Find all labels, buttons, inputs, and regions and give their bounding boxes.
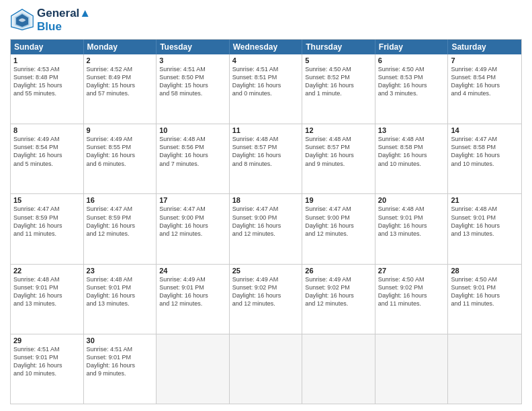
day-number: 16 [87,196,154,204]
calendar-cell [448,334,521,404]
cell-info: Sunrise: 4:47 AM Sunset: 9:00 PM Dayligh… [159,205,226,238]
calendar-cell: 13Sunrise: 4:48 AM Sunset: 8:58 PM Dayli… [375,124,449,193]
day-number: 6 [378,56,445,64]
weekday-header-tuesday: Tuesday [157,40,230,54]
calendar-cell: 14Sunrise: 4:47 AM Sunset: 8:58 PM Dayli… [448,124,521,193]
calendar-row-2: 8Sunrise: 4:49 AM Sunset: 8:54 PM Daylig… [11,124,521,193]
calendar-cell: 16Sunrise: 4:47 AM Sunset: 8:59 PM Dayli… [84,194,157,263]
day-number: 8 [13,126,81,134]
cell-info: Sunrise: 4:51 AM Sunset: 8:51 PM Dayligh… [232,65,300,98]
calendar-cell: 9Sunrise: 4:49 AM Sunset: 8:55 PM Daylig… [84,124,157,193]
calendar-cell: 22Sunrise: 4:48 AM Sunset: 9:01 PM Dayli… [11,265,84,334]
calendar-cell: 7Sunrise: 4:49 AM Sunset: 8:54 PM Daylig… [448,54,521,124]
calendar-cell: 27Sunrise: 4:50 AM Sunset: 9:02 PM Dayli… [375,265,449,334]
cell-info: Sunrise: 4:51 AM Sunset: 9:01 PM Dayligh… [87,345,154,378]
day-number: 21 [451,196,519,204]
calendar: SundayMondayTuesdayWednesdayThursdayFrid… [10,39,522,404]
cell-info: Sunrise: 4:48 AM Sunset: 8:58 PM Dayligh… [378,135,445,168]
day-number: 22 [13,267,81,275]
cell-info: Sunrise: 4:47 AM Sunset: 8:59 PM Dayligh… [87,205,154,238]
calendar-cell: 29Sunrise: 4:51 AM Sunset: 9:01 PM Dayli… [11,334,84,404]
calendar-cell: 18Sunrise: 4:47 AM Sunset: 9:00 PM Dayli… [230,194,303,263]
weekday-header-saturday: Saturday [448,40,521,54]
calendar-cell: 21Sunrise: 4:48 AM Sunset: 9:01 PM Dayli… [448,194,521,263]
calendar-row-4: 22Sunrise: 4:48 AM Sunset: 9:01 PM Dayli… [11,264,521,334]
day-number: 2 [87,56,154,64]
calendar-cell: 24Sunrise: 4:49 AM Sunset: 9:01 PM Dayli… [157,265,230,334]
calendar-cell: 11Sunrise: 4:48 AM Sunset: 8:57 PM Dayli… [230,124,303,193]
calendar-cell [230,334,303,404]
day-number: 11 [232,126,300,134]
day-number: 19 [305,196,372,204]
calendar-cell: 17Sunrise: 4:47 AM Sunset: 9:00 PM Dayli… [157,194,230,263]
calendar-cell: 4Sunrise: 4:51 AM Sunset: 8:51 PM Daylig… [230,54,303,124]
weekday-header-friday: Friday [375,40,449,54]
cell-info: Sunrise: 4:50 AM Sunset: 9:01 PM Dayligh… [451,275,519,308]
weekday-header-monday: Monday [84,40,157,54]
day-number: 9 [87,126,154,134]
calendar-cell: 15Sunrise: 4:47 AM Sunset: 8:59 PM Dayli… [11,194,84,263]
calendar-cell: 1Sunrise: 4:53 AM Sunset: 8:48 PM Daylig… [11,54,84,124]
cell-info: Sunrise: 4:50 AM Sunset: 8:53 PM Dayligh… [378,65,445,98]
day-number: 24 [159,267,226,275]
calendar-row-5: 29Sunrise: 4:51 AM Sunset: 9:01 PM Dayli… [11,334,521,404]
calendar-cell: 2Sunrise: 4:52 AM Sunset: 8:49 PM Daylig… [84,54,157,124]
calendar-cell: 20Sunrise: 4:48 AM Sunset: 9:01 PM Dayli… [375,194,449,263]
cell-info: Sunrise: 4:48 AM Sunset: 8:56 PM Dayligh… [159,135,226,168]
day-number: 27 [378,267,445,275]
day-number: 3 [159,56,226,64]
calendar-cell: 28Sunrise: 4:50 AM Sunset: 9:01 PM Dayli… [448,265,521,334]
calendar-cell: 5Sunrise: 4:50 AM Sunset: 8:52 PM Daylig… [302,54,375,124]
calendar-cell: 25Sunrise: 4:49 AM Sunset: 9:02 PM Dayli… [230,265,303,334]
calendar-cell: 26Sunrise: 4:49 AM Sunset: 9:02 PM Dayli… [302,265,375,334]
calendar-cell: 8Sunrise: 4:49 AM Sunset: 8:54 PM Daylig… [11,124,84,193]
day-number: 5 [305,56,372,64]
day-number: 1 [13,56,81,64]
day-number: 7 [451,56,519,64]
cell-info: Sunrise: 4:50 AM Sunset: 8:52 PM Dayligh… [305,65,372,98]
day-number: 26 [305,267,372,275]
calendar-cell [157,334,230,404]
cell-info: Sunrise: 4:47 AM Sunset: 9:00 PM Dayligh… [232,205,300,238]
cell-info: Sunrise: 4:48 AM Sunset: 9:01 PM Dayligh… [451,205,519,238]
calendar-header: SundayMondayTuesdayWednesdayThursdayFrid… [11,40,521,54]
cell-info: Sunrise: 4:49 AM Sunset: 8:54 PM Dayligh… [451,65,519,98]
cell-info: Sunrise: 4:51 AM Sunset: 8:50 PM Dayligh… [159,65,226,98]
header: General▲ Blue [10,7,522,34]
cell-info: Sunrise: 4:51 AM Sunset: 9:01 PM Dayligh… [13,345,81,378]
logo-text: General▲ Blue [37,7,91,34]
cell-info: Sunrise: 4:49 AM Sunset: 9:02 PM Dayligh… [305,275,372,308]
cell-info: Sunrise: 4:48 AM Sunset: 9:01 PM Dayligh… [87,275,154,308]
day-number: 17 [159,196,226,204]
logo: General▲ Blue [10,7,91,34]
cell-info: Sunrise: 4:47 AM Sunset: 8:58 PM Dayligh… [451,135,519,168]
cell-info: Sunrise: 4:47 AM Sunset: 9:00 PM Dayligh… [305,205,372,238]
day-number: 14 [451,126,519,134]
cell-info: Sunrise: 4:48 AM Sunset: 8:57 PM Dayligh… [305,135,372,168]
cell-info: Sunrise: 4:48 AM Sunset: 8:57 PM Dayligh… [232,135,300,168]
logo-icon [10,8,34,32]
day-number: 20 [378,196,445,204]
cell-info: Sunrise: 4:47 AM Sunset: 8:59 PM Dayligh… [13,205,81,238]
day-number: 13 [378,126,445,134]
day-number: 25 [232,267,300,275]
calendar-cell: 10Sunrise: 4:48 AM Sunset: 8:56 PM Dayli… [157,124,230,193]
day-number: 15 [13,196,81,204]
calendar-cell: 30Sunrise: 4:51 AM Sunset: 9:01 PM Dayli… [84,334,157,404]
day-number: 28 [451,267,519,275]
weekday-header-wednesday: Wednesday [230,40,303,54]
calendar-row-3: 15Sunrise: 4:47 AM Sunset: 8:59 PM Dayli… [11,193,521,263]
day-number: 12 [305,126,372,134]
day-number: 18 [232,196,300,204]
day-number: 23 [87,267,154,275]
calendar-cell: 3Sunrise: 4:51 AM Sunset: 8:50 PM Daylig… [157,54,230,124]
weekday-header-sunday: Sunday [11,40,84,54]
page: General▲ Blue SundayMondayTuesdayWednesd… [0,0,532,411]
calendar-cell [302,334,375,404]
weekday-header-thursday: Thursday [302,40,375,54]
cell-info: Sunrise: 4:49 AM Sunset: 8:54 PM Dayligh… [13,135,81,168]
day-number: 29 [13,336,81,345]
cell-info: Sunrise: 4:50 AM Sunset: 9:02 PM Dayligh… [378,275,445,308]
calendar-cell: 23Sunrise: 4:48 AM Sunset: 9:01 PM Dayli… [84,265,157,334]
cell-info: Sunrise: 4:49 AM Sunset: 9:01 PM Dayligh… [159,275,226,308]
